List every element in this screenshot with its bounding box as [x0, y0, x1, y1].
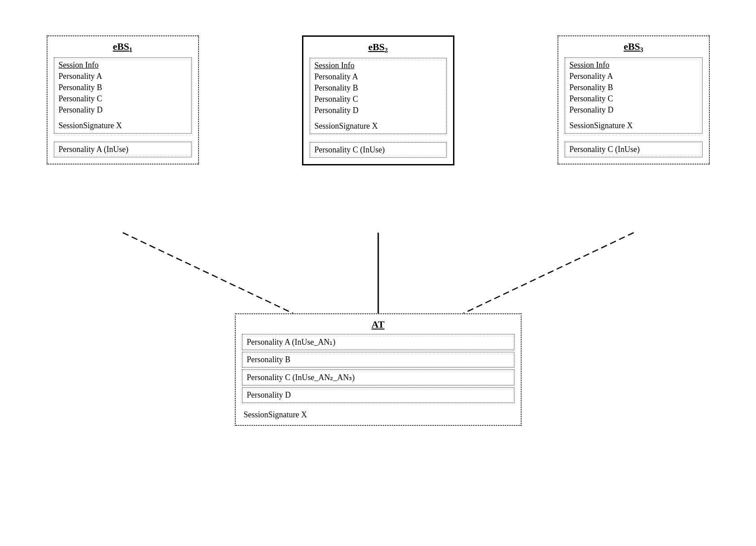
- svg-line-1: [123, 233, 293, 313]
- ebs3-personality-b: Personality B: [570, 82, 698, 93]
- ebs3-personality-c: Personality C: [570, 93, 698, 104]
- ebs3-personality-d: Personality D: [570, 104, 698, 116]
- ebs1-title: eBS1: [54, 41, 192, 54]
- at-personality-c-box: Personality C (InUse_AN₂_AN₃): [242, 369, 514, 386]
- ebs2-personality-c: Personality C: [315, 94, 442, 105]
- ebs3-title: eBS3: [565, 41, 703, 54]
- at-personality-b: Personality B: [247, 354, 510, 365]
- ebs3-inuse-box: Personality C (InUse): [565, 142, 703, 157]
- ebs2-session-info: Session Info: [315, 60, 442, 71]
- at-personality-c: Personality C (InUse_AN₂_AN₃): [247, 372, 510, 383]
- ebs1-personality-c: Personality C: [59, 93, 187, 104]
- at-personality-a: Personality A (InUse_AN₁): [247, 336, 510, 348]
- ebs3-session-info: Session Info: [570, 60, 698, 71]
- ebs1-inuse: Personality A (InUse): [59, 144, 187, 155]
- ebs3-node: eBS3 Session Info Personality A Personal…: [557, 35, 710, 165]
- ebs3-inuse: Personality C (InUse): [570, 144, 698, 155]
- at-personality-d-box: Personality D: [242, 387, 514, 403]
- at-personality-d: Personality D: [247, 390, 510, 401]
- ebs2-inuse-box: Personality C (InUse): [310, 142, 447, 158]
- svg-line-2: [463, 233, 634, 313]
- at-node: AT Personality A (InUse_AN₁) Personality…: [235, 313, 522, 426]
- ebs2-personality-b: Personality B: [315, 82, 442, 94]
- at-session-signature: SessionSignature X: [242, 409, 514, 420]
- ebs1-personality-a: Personality A: [59, 71, 187, 82]
- ebs1-session-info: Session Info: [59, 60, 187, 71]
- ebs2-session-signature: SessionSignature X: [315, 121, 442, 132]
- ebs1-inuse-box: Personality A (InUse): [54, 142, 192, 157]
- ebs2-node: eBS2 Session Info Personality A Personal…: [302, 35, 454, 165]
- ebs1-session-signature: SessionSignature X: [59, 120, 187, 131]
- ebs2-personality-a: Personality A: [315, 71, 442, 82]
- ebs1-personality-b: Personality B: [59, 82, 187, 93]
- at-personality-a-box: Personality A (InUse_AN₁): [242, 334, 514, 350]
- ebs1-session-group: Session Info Personality A Personality B…: [54, 57, 192, 134]
- ebs2-title: eBS2: [310, 41, 447, 54]
- ebs3-session-signature: SessionSignature X: [570, 120, 698, 131]
- ebs3-session-group: Session Info Personality A Personality B…: [565, 57, 703, 134]
- diagram: eBS1 Session Info Personality A Personal…: [42, 26, 714, 520]
- ebs2-session-group: Session Info Personality A Personality B…: [310, 58, 447, 134]
- at-title: AT: [242, 319, 514, 330]
- ebs2-inuse: Personality C (InUse): [315, 144, 442, 156]
- ebs1-personality-d: Personality D: [59, 104, 187, 116]
- ebs3-personality-a: Personality A: [570, 71, 698, 82]
- ebs2-personality-d: Personality D: [315, 105, 442, 116]
- ebs1-node: eBS1 Session Info Personality A Personal…: [47, 35, 199, 165]
- at-personality-b-box: Personality B: [242, 352, 514, 368]
